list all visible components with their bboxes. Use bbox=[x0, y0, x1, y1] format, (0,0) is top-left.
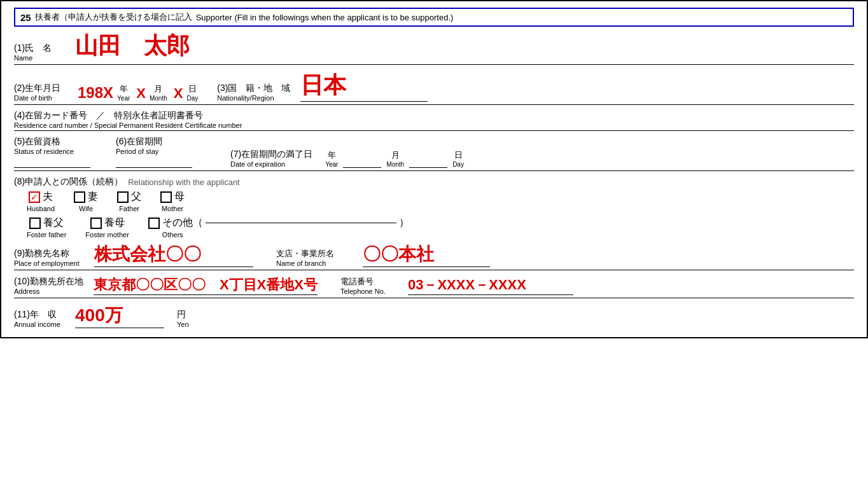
year-kanji: 年 bbox=[120, 83, 128, 95]
row-address: (10)勤務先所在地 Address 東京都〇〇区〇〇 X丁目X番地X号 電話番… bbox=[14, 275, 854, 298]
f10-label-jp: (10)勤務先所在地 bbox=[14, 276, 83, 287]
f7-day-unit: 日 Day bbox=[452, 149, 464, 168]
checkbox-husband[interactable]: ✓ bbox=[29, 191, 40, 203]
f5-label-jp: (5)在留資格 bbox=[14, 136, 103, 148]
f9-value: 株式会社〇〇 bbox=[94, 242, 253, 267]
checkbox-foster-mother-block: 養母 Foster mother bbox=[85, 216, 129, 239]
f7-year-unit: 年 Year bbox=[325, 149, 338, 168]
f8-label-en: Relationship with the applicant bbox=[128, 177, 240, 187]
f1-label-jp: (1)氏 名 bbox=[14, 43, 65, 54]
f7-label-jp: (7)在留期間の満了日 bbox=[230, 149, 312, 160]
checkbox-foster-mother[interactable] bbox=[90, 218, 102, 229]
checkbox-wife-jp: 妻 bbox=[88, 190, 98, 204]
f10-label-en: Address bbox=[14, 287, 83, 295]
f7-label-en: Date of expiration bbox=[230, 160, 285, 168]
section-title-jp: 扶養者（申請人が扶養を受ける場合に記入 bbox=[35, 11, 192, 23]
f9b-value: 〇〇本社 bbox=[363, 242, 490, 267]
checkbox-father-block: 父 Father bbox=[117, 190, 141, 212]
f2-month-value: X bbox=[136, 85, 146, 102]
checkbox-others-jp: その他（ bbox=[162, 216, 203, 230]
f2-day-value: X bbox=[174, 85, 183, 102]
f11-unit-jp: 円 bbox=[177, 309, 189, 321]
f4-label-jp: (4)在留カード番号 ／ 特別永住者証明書番号 bbox=[14, 110, 854, 121]
f2-label-en: Date of birth bbox=[14, 94, 71, 102]
checkbox-mother-en: Mother bbox=[162, 205, 183, 212]
f3-label-en: Nationality/Region bbox=[217, 94, 290, 102]
checkbox-others-block: その他（ ） Others bbox=[148, 216, 409, 239]
row-relationship: (8)申請人との関係（続柄） Relationship with the app… bbox=[14, 176, 854, 239]
f11-unit: 円 Yen bbox=[177, 309, 189, 328]
section-25-header: 25 扶養者（申請人が扶養を受ける場合に記入 Supporter (Fill i… bbox=[14, 8, 854, 27]
f4-label-en: Residence card number / Special Permanen… bbox=[14, 121, 854, 131]
checkbox-foster-mother-en: Foster mother bbox=[85, 231, 129, 239]
row-employment: (9)勤務先名称 Place of employment 株式会社〇〇 支店・事… bbox=[14, 242, 854, 270]
row-card-number: (4)在留カード番号 ／ 特別永住者証明書番号 Residence card n… bbox=[14, 110, 854, 131]
checkbox-foster-father-en: Foster father bbox=[27, 231, 66, 239]
checkbox-row1: ✓ 夫 Husband 妻 Wife 父 Father bbox=[27, 190, 854, 212]
row-status-period-expiry: (5)在留資格 Status of residence (6)在留期間 Peri… bbox=[14, 136, 854, 171]
checkbox-foster-father[interactable] bbox=[29, 218, 41, 229]
checkbox-others[interactable] bbox=[148, 218, 160, 229]
f10-label: (10)勤務先所在地 Address bbox=[14, 276, 83, 295]
f11-label-en: Annual income bbox=[14, 321, 65, 328]
checkbox-others-en: Others bbox=[162, 231, 183, 239]
day-roman: Day bbox=[186, 95, 198, 102]
f7-date-fields: 年 Year 月 Month 日 Day bbox=[325, 149, 464, 168]
f3-value: 日本 bbox=[300, 70, 428, 102]
f1-label: (1)氏 名 Name bbox=[14, 43, 65, 62]
day-kanji: 日 bbox=[188, 83, 197, 95]
month-kanji: 月 bbox=[154, 83, 162, 95]
day-unit: 日 Day bbox=[186, 83, 198, 102]
checkbox-father-en: Father bbox=[119, 205, 139, 212]
checkbox-wife-block: 妻 Wife bbox=[74, 190, 98, 212]
checkbox-row2: 養父 Foster father 養母 Foster mother その他（ ） bbox=[27, 216, 854, 239]
relationship-header: (8)申請人との関係（続柄） Relationship with the app… bbox=[14, 176, 854, 188]
checkbox-father[interactable] bbox=[117, 191, 129, 203]
checkbox-mother-jp: 母 bbox=[174, 190, 185, 204]
checkbox-others-close: ） bbox=[399, 216, 409, 230]
f3-label-jp: (3)国 籍・地 域 bbox=[217, 83, 290, 94]
f10b-value: 03－XXXX－XXXX bbox=[408, 275, 573, 295]
f1-label-en: Name bbox=[14, 54, 65, 62]
checkbox-wife[interactable] bbox=[74, 191, 85, 203]
year-unit: 年 Year bbox=[117, 83, 130, 102]
f9b-label-jp: 支店・事業所名 bbox=[276, 248, 353, 259]
f8-label-jp: (8)申請人との関係（続柄） bbox=[14, 176, 123, 188]
f7-block: (7)在留期間の満了日 Date of expiration bbox=[230, 149, 312, 168]
checkbox-husband-jp: 夫 bbox=[43, 190, 53, 204]
row-dob-nationality: (2)生年月日 Date of birth 198X 年 Year X 月 Mo… bbox=[14, 70, 854, 105]
checkbox-husband-en: Husband bbox=[27, 205, 55, 212]
f3-label: (3)国 籍・地 域 Nationality/Region bbox=[217, 83, 290, 102]
f6-label-en: Period of stay bbox=[116, 148, 218, 155]
checkbox-wife-en: Wife bbox=[79, 205, 93, 212]
f9-label-jp: (9)勤務先名称 bbox=[14, 248, 84, 259]
f10b-label: 電話番号 Telephone No. bbox=[340, 276, 398, 295]
f9-label: (9)勤務先名称 Place of employment bbox=[14, 248, 84, 267]
f11-unit-en: Yen bbox=[177, 321, 189, 328]
f9b-label: 支店・事業所名 Name of branch bbox=[276, 248, 353, 267]
checkbox-foster-father-block: 養父 Foster father bbox=[27, 216, 66, 239]
month-roman: Month bbox=[150, 95, 167, 102]
f9-label-en: Place of employment bbox=[14, 259, 84, 267]
f11-label-jp: (11)年 収 bbox=[14, 309, 65, 321]
checkbox-mother[interactable] bbox=[160, 191, 172, 203]
row-income: (11)年 収 Annual income 400万 円 Yen bbox=[14, 303, 854, 331]
checkbox-foster-mother-jp: 養母 bbox=[104, 216, 125, 230]
month-unit: 月 Month bbox=[150, 83, 167, 102]
f2-label: (2)生年月日 Date of birth bbox=[14, 83, 71, 102]
f5-block: (5)在留資格 Status of residence bbox=[14, 136, 103, 168]
checkbox-husband-block: ✓ 夫 Husband bbox=[27, 190, 55, 212]
year-roman: Year bbox=[117, 95, 130, 102]
row-name: (1)氏 名 Name 山田 太郎 bbox=[14, 31, 854, 65]
f11-value: 400万 bbox=[75, 303, 164, 328]
checkbox-mother-block: 母 Mother bbox=[160, 190, 185, 212]
f2-label-jp: (2)生年月日 bbox=[14, 83, 71, 94]
f9b-label-en: Name of branch bbox=[276, 259, 353, 267]
f2-year-value: 198X bbox=[78, 84, 113, 102]
f7-month-unit: 月 Month bbox=[386, 149, 404, 168]
f10b-label-en: Telephone No. bbox=[340, 287, 398, 295]
f1-value: 山田 太郎 bbox=[75, 31, 190, 62]
section-number: 25 bbox=[20, 12, 31, 23]
checkbox-father-jp: 父 bbox=[131, 190, 141, 204]
checkbox-foster-father-jp: 養父 bbox=[43, 216, 64, 230]
